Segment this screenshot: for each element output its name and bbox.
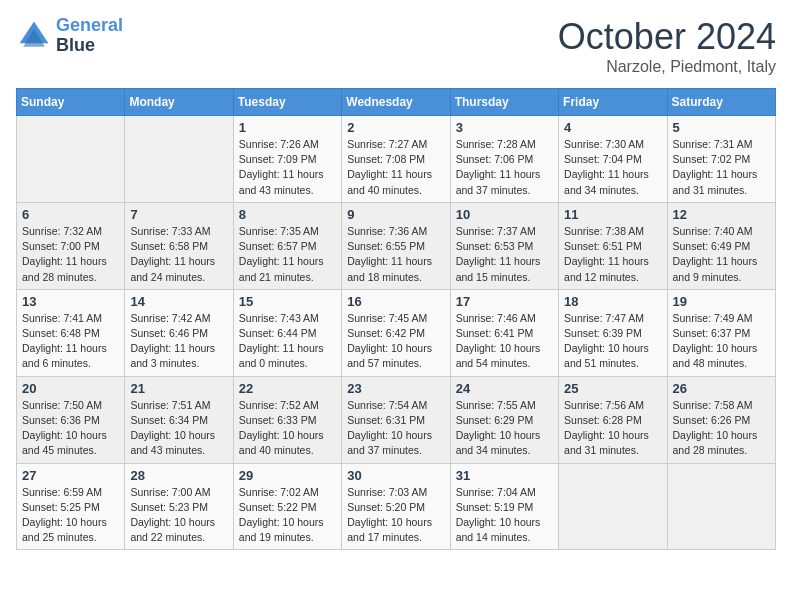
calendar-body: 1Sunrise: 7:26 AMSunset: 7:09 PMDaylight… <box>17 116 776 550</box>
day-info: Sunrise: 7:42 AMSunset: 6:46 PMDaylight:… <box>130 311 227 372</box>
calendar-cell <box>667 463 775 550</box>
day-number: 3 <box>456 120 553 135</box>
day-number: 29 <box>239 468 336 483</box>
calendar-cell: 18Sunrise: 7:47 AMSunset: 6:39 PMDayligh… <box>559 289 667 376</box>
day-info: Sunrise: 6:59 AMSunset: 5:25 PMDaylight:… <box>22 485 119 546</box>
calendar-cell: 7Sunrise: 7:33 AMSunset: 6:58 PMDaylight… <box>125 202 233 289</box>
calendar-cell: 3Sunrise: 7:28 AMSunset: 7:06 PMDaylight… <box>450 116 558 203</box>
page-header: General Blue October 2024 Narzole, Piedm… <box>16 16 776 76</box>
day-number: 8 <box>239 207 336 222</box>
day-number: 2 <box>347 120 444 135</box>
day-number: 31 <box>456 468 553 483</box>
calendar-week-5: 27Sunrise: 6:59 AMSunset: 5:25 PMDayligh… <box>17 463 776 550</box>
weekday-header-saturday: Saturday <box>667 89 775 116</box>
day-info: Sunrise: 7:04 AMSunset: 5:19 PMDaylight:… <box>456 485 553 546</box>
day-info: Sunrise: 7:30 AMSunset: 7:04 PMDaylight:… <box>564 137 661 198</box>
calendar-cell: 6Sunrise: 7:32 AMSunset: 7:00 PMDaylight… <box>17 202 125 289</box>
calendar-cell: 2Sunrise: 7:27 AMSunset: 7:08 PMDaylight… <box>342 116 450 203</box>
day-number: 1 <box>239 120 336 135</box>
day-number: 25 <box>564 381 661 396</box>
calendar-cell: 16Sunrise: 7:45 AMSunset: 6:42 PMDayligh… <box>342 289 450 376</box>
day-number: 10 <box>456 207 553 222</box>
day-info: Sunrise: 7:38 AMSunset: 6:51 PMDaylight:… <box>564 224 661 285</box>
day-number: 4 <box>564 120 661 135</box>
day-info: Sunrise: 7:02 AMSunset: 5:22 PMDaylight:… <box>239 485 336 546</box>
day-number: 21 <box>130 381 227 396</box>
day-info: Sunrise: 7:37 AMSunset: 6:53 PMDaylight:… <box>456 224 553 285</box>
logo-text: General Blue <box>56 16 123 56</box>
day-info: Sunrise: 7:33 AMSunset: 6:58 PMDaylight:… <box>130 224 227 285</box>
day-info: Sunrise: 7:43 AMSunset: 6:44 PMDaylight:… <box>239 311 336 372</box>
day-info: Sunrise: 7:00 AMSunset: 5:23 PMDaylight:… <box>130 485 227 546</box>
month-year-title: October 2024 <box>558 16 776 58</box>
calendar-week-3: 13Sunrise: 7:41 AMSunset: 6:48 PMDayligh… <box>17 289 776 376</box>
calendar-cell: 23Sunrise: 7:54 AMSunset: 6:31 PMDayligh… <box>342 376 450 463</box>
day-info: Sunrise: 7:36 AMSunset: 6:55 PMDaylight:… <box>347 224 444 285</box>
calendar-cell: 4Sunrise: 7:30 AMSunset: 7:04 PMDaylight… <box>559 116 667 203</box>
calendar-cell: 17Sunrise: 7:46 AMSunset: 6:41 PMDayligh… <box>450 289 558 376</box>
logo-icon <box>16 18 52 54</box>
calendar-cell: 29Sunrise: 7:02 AMSunset: 5:22 PMDayligh… <box>233 463 341 550</box>
day-number: 20 <box>22 381 119 396</box>
calendar-cell: 20Sunrise: 7:50 AMSunset: 6:36 PMDayligh… <box>17 376 125 463</box>
day-number: 22 <box>239 381 336 396</box>
calendar-cell: 28Sunrise: 7:00 AMSunset: 5:23 PMDayligh… <box>125 463 233 550</box>
day-info: Sunrise: 7:26 AMSunset: 7:09 PMDaylight:… <box>239 137 336 198</box>
day-info: Sunrise: 7:41 AMSunset: 6:48 PMDaylight:… <box>22 311 119 372</box>
calendar-table: SundayMondayTuesdayWednesdayThursdayFrid… <box>16 88 776 550</box>
weekday-header-sunday: Sunday <box>17 89 125 116</box>
calendar-cell: 26Sunrise: 7:58 AMSunset: 6:26 PMDayligh… <box>667 376 775 463</box>
title-block: October 2024 Narzole, Piedmont, Italy <box>558 16 776 76</box>
day-number: 28 <box>130 468 227 483</box>
day-number: 24 <box>456 381 553 396</box>
day-info: Sunrise: 7:54 AMSunset: 6:31 PMDaylight:… <box>347 398 444 459</box>
calendar-week-2: 6Sunrise: 7:32 AMSunset: 7:00 PMDaylight… <box>17 202 776 289</box>
day-info: Sunrise: 7:46 AMSunset: 6:41 PMDaylight:… <box>456 311 553 372</box>
calendar-cell: 13Sunrise: 7:41 AMSunset: 6:48 PMDayligh… <box>17 289 125 376</box>
day-number: 12 <box>673 207 770 222</box>
calendar-cell: 22Sunrise: 7:52 AMSunset: 6:33 PMDayligh… <box>233 376 341 463</box>
calendar-cell: 11Sunrise: 7:38 AMSunset: 6:51 PMDayligh… <box>559 202 667 289</box>
day-number: 27 <box>22 468 119 483</box>
day-info: Sunrise: 7:49 AMSunset: 6:37 PMDaylight:… <box>673 311 770 372</box>
calendar-cell <box>559 463 667 550</box>
day-number: 11 <box>564 207 661 222</box>
day-number: 30 <box>347 468 444 483</box>
day-number: 18 <box>564 294 661 309</box>
day-number: 7 <box>130 207 227 222</box>
day-info: Sunrise: 7:40 AMSunset: 6:49 PMDaylight:… <box>673 224 770 285</box>
location-subtitle: Narzole, Piedmont, Italy <box>558 58 776 76</box>
calendar-cell: 21Sunrise: 7:51 AMSunset: 6:34 PMDayligh… <box>125 376 233 463</box>
calendar-cell: 15Sunrise: 7:43 AMSunset: 6:44 PMDayligh… <box>233 289 341 376</box>
day-info: Sunrise: 7:58 AMSunset: 6:26 PMDaylight:… <box>673 398 770 459</box>
calendar-cell: 24Sunrise: 7:55 AMSunset: 6:29 PMDayligh… <box>450 376 558 463</box>
day-number: 26 <box>673 381 770 396</box>
calendar-cell: 30Sunrise: 7:03 AMSunset: 5:20 PMDayligh… <box>342 463 450 550</box>
calendar-cell: 1Sunrise: 7:26 AMSunset: 7:09 PMDaylight… <box>233 116 341 203</box>
weekday-header-tuesday: Tuesday <box>233 89 341 116</box>
day-number: 17 <box>456 294 553 309</box>
day-info: Sunrise: 7:52 AMSunset: 6:33 PMDaylight:… <box>239 398 336 459</box>
day-info: Sunrise: 7:28 AMSunset: 7:06 PMDaylight:… <box>456 137 553 198</box>
calendar-cell <box>125 116 233 203</box>
calendar-cell: 5Sunrise: 7:31 AMSunset: 7:02 PMDaylight… <box>667 116 775 203</box>
weekday-header-wednesday: Wednesday <box>342 89 450 116</box>
day-number: 9 <box>347 207 444 222</box>
calendar-cell: 8Sunrise: 7:35 AMSunset: 6:57 PMDaylight… <box>233 202 341 289</box>
day-info: Sunrise: 7:50 AMSunset: 6:36 PMDaylight:… <box>22 398 119 459</box>
calendar-cell <box>17 116 125 203</box>
calendar-cell: 25Sunrise: 7:56 AMSunset: 6:28 PMDayligh… <box>559 376 667 463</box>
day-info: Sunrise: 7:51 AMSunset: 6:34 PMDaylight:… <box>130 398 227 459</box>
day-number: 5 <box>673 120 770 135</box>
calendar-week-4: 20Sunrise: 7:50 AMSunset: 6:36 PMDayligh… <box>17 376 776 463</box>
day-number: 15 <box>239 294 336 309</box>
weekday-header-thursday: Thursday <box>450 89 558 116</box>
calendar-cell: 14Sunrise: 7:42 AMSunset: 6:46 PMDayligh… <box>125 289 233 376</box>
calendar-cell: 19Sunrise: 7:49 AMSunset: 6:37 PMDayligh… <box>667 289 775 376</box>
calendar-cell: 31Sunrise: 7:04 AMSunset: 5:19 PMDayligh… <box>450 463 558 550</box>
day-number: 16 <box>347 294 444 309</box>
day-number: 23 <box>347 381 444 396</box>
calendar-header: SundayMondayTuesdayWednesdayThursdayFrid… <box>17 89 776 116</box>
day-number: 6 <box>22 207 119 222</box>
weekday-row: SundayMondayTuesdayWednesdayThursdayFrid… <box>17 89 776 116</box>
